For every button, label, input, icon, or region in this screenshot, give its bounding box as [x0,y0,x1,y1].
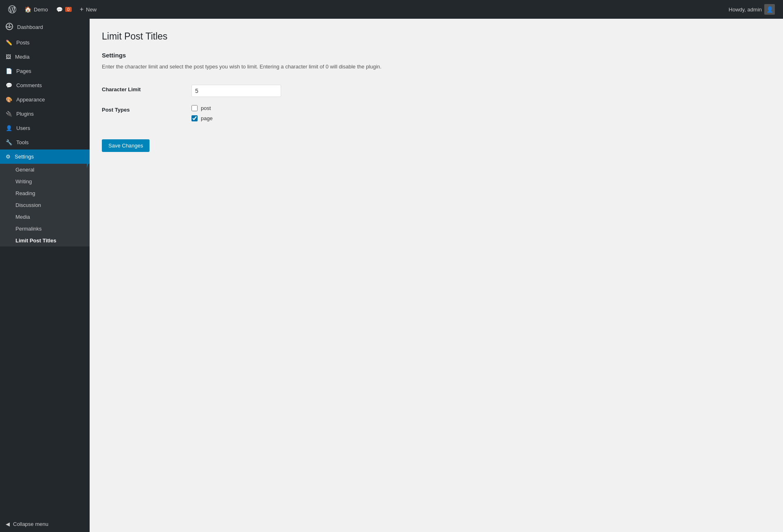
dashboard-icon [6,23,13,31]
submenu-item-limit-post-titles[interactable]: Limit Post Titles [0,235,90,246]
submenu-item-discussion[interactable]: Discussion [0,199,90,211]
wp-logo[interactable] [4,0,20,19]
sidebar-item-posts[interactable]: ✏️ Posts [0,35,90,50]
comments-icon: 💬 [6,82,12,88]
sidebar-item-label: Users [16,125,30,131]
save-changes-button[interactable]: Save Changes [102,139,150,152]
submenu-item-general[interactable]: General [0,164,90,176]
sidebar-item-appearance[interactable]: 🎨 Appearance [0,92,90,107]
page-title: Limit Post Titles [102,31,771,42]
sidebar-item-plugins[interactable]: 🔌 Plugins [0,107,90,121]
post-type-post-label: post [201,105,211,111]
post-type-page-row: page [191,115,771,121]
tools-icon: 🔧 [6,139,12,145]
sidebar-item-comments[interactable]: 💬 Comments [0,78,90,92]
post-types-label: Post Types [102,101,191,130]
post-type-post-checkbox[interactable] [191,105,198,111]
main-content: Limit Post Titles Settings Enter the cha… [90,19,783,532]
settings-section-title: Settings [102,52,771,59]
sidebar-item-media[interactable]: 🖼 Media [0,50,90,64]
submenu-item-permalinks[interactable]: Permalinks [0,223,90,235]
topbar-site-name[interactable]: 🏠 Demo [20,0,52,19]
settings-section: Settings Enter the character limit and s… [102,52,771,152]
post-type-page-label: page [201,115,213,121]
plugins-icon: 🔌 [6,111,12,117]
submenu-item-reading[interactable]: Reading [0,187,90,199]
posts-icon: ✏️ [6,40,12,46]
collapse-menu-button[interactable]: ◀ Collapse menu [0,516,90,532]
sidebar-item-label: Settings [15,154,34,160]
plus-icon: + [80,6,84,13]
character-limit-input[interactable] [191,85,281,97]
sidebar-item-label: Appearance [16,97,45,103]
sidebar-item-tools[interactable]: 🔧 Tools [0,135,90,149]
sidebar-item-settings[interactable]: ⚙ Settings [0,149,90,164]
users-icon: 👤 [6,125,12,131]
sidebar-item-dashboard[interactable]: Dashboard [0,19,90,35]
pages-icon: 📄 [6,68,12,74]
post-type-post-row: post [191,105,771,111]
topbar-comments[interactable]: 💬 0 [52,0,76,19]
settings-table: Character Limit Post Types post [102,81,771,130]
settings-submenu: General Writing Reading Discussion Media… [0,164,90,246]
settings-icon: ⚙ [6,154,11,160]
submenu-item-media[interactable]: Media [0,211,90,223]
post-type-page-checkbox[interactable] [191,115,198,121]
appearance-icon: 🎨 [6,97,12,103]
submenu-item-writing[interactable]: Writing [0,176,90,187]
sidebar-item-label: Pages [16,68,31,74]
avatar[interactable]: 👤 [764,4,775,15]
sidebar-item-label: Dashboard [17,24,43,30]
post-types-row: Post Types post page [102,101,771,130]
sidebar-item-label: Plugins [16,111,34,117]
comment-icon: 💬 [56,7,63,13]
active-indicator [87,149,90,168]
sidebar-item-label: Posts [16,40,30,46]
sidebar: Dashboard ✏️ Posts 🖼 Media 📄 Pages 💬 Com… [0,19,90,532]
sidebar-item-label: Comments [16,82,42,88]
collapse-icon: ◀ [6,521,10,527]
sidebar-item-users[interactable]: 👤 Users [0,121,90,135]
media-icon: 🖼 [6,54,11,60]
sidebar-item-pages[interactable]: 📄 Pages [0,64,90,78]
topbar: 🏠 Demo 💬 0 + New Howdy, admin 👤 [0,0,783,19]
sidebar-item-label: Media [15,54,29,60]
topbar-new[interactable]: + New [76,0,101,19]
character-limit-row: Character Limit [102,81,771,101]
character-limit-label: Character Limit [102,81,191,101]
settings-description: Enter the character limit and select the… [102,63,771,71]
sidebar-item-label: Tools [16,139,29,145]
topbar-user: Howdy, admin 👤 [729,4,779,15]
